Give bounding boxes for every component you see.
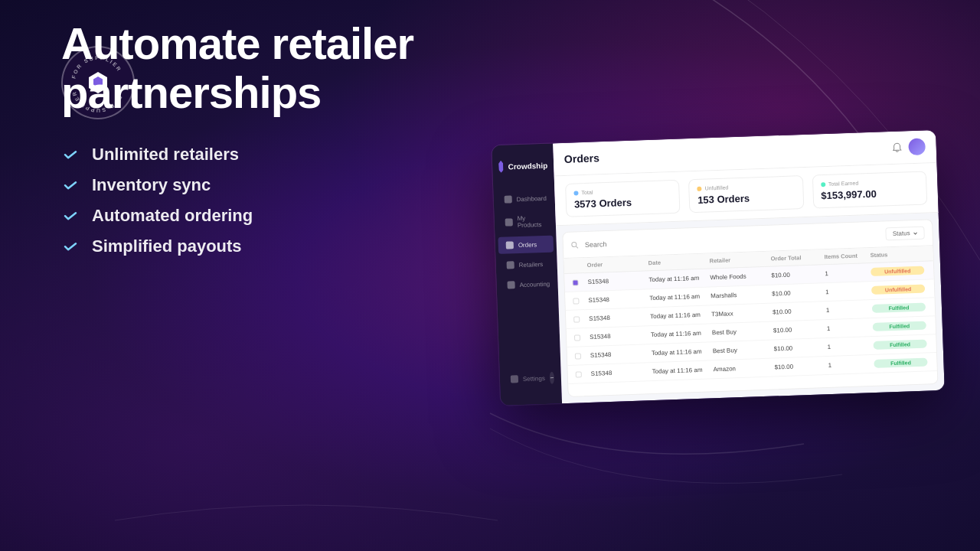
sidebar-footer: Settings bbox=[499, 360, 561, 396]
row-checkbox[interactable] bbox=[575, 353, 581, 359]
order-id: S15348 bbox=[591, 368, 652, 377]
orders-icon bbox=[506, 241, 514, 249]
order-id: S15348 bbox=[589, 313, 650, 322]
row-checkbox[interactable] bbox=[574, 334, 580, 341]
chevron-down-icon bbox=[913, 230, 917, 235]
user-avatar bbox=[908, 138, 926, 155]
row-checkbox[interactable] bbox=[572, 279, 578, 285]
order-date: Today at 11:16 am bbox=[651, 329, 712, 338]
search-input[interactable] bbox=[585, 230, 880, 248]
feature-item-simplified-payouts: Simplified payouts bbox=[61, 236, 413, 256]
table-body: S15348Today at 11:16 amWhole Foods$10.00… bbox=[564, 261, 937, 384]
status-filter[interactable]: Status bbox=[886, 227, 925, 241]
status-badge: Unfulfilled bbox=[871, 285, 925, 295]
order-retailer: T3Maxx bbox=[711, 309, 773, 318]
order-items: 1 bbox=[826, 305, 872, 314]
sidebar-item-accounting[interactable]: Accounting bbox=[499, 275, 555, 293]
order-total: $10.00 bbox=[774, 344, 828, 352]
stat-total-dot bbox=[573, 191, 578, 195]
check-icon-1 bbox=[61, 145, 80, 164]
stat-unfulfilled: Unfulfilled 153 Orders bbox=[688, 175, 804, 213]
order-retailer: Whole Foods bbox=[710, 272, 771, 282]
col-status: Status bbox=[870, 250, 923, 259]
collapse-button[interactable] bbox=[550, 372, 555, 384]
col-checkbox bbox=[572, 262, 587, 269]
sidebar-brand-icon bbox=[498, 161, 504, 173]
feature-item-automated-ordering: Automated ordering bbox=[61, 206, 413, 226]
order-id: S15348 bbox=[587, 276, 648, 285]
order-date: Today at 11:16 am bbox=[652, 347, 713, 357]
row-checkbox[interactable] bbox=[573, 316, 580, 322]
svg-point-4 bbox=[572, 242, 577, 246]
hero-heading: Automate retailer partnerships bbox=[61, 19, 413, 117]
status-badge: Unfulfilled bbox=[871, 266, 924, 276]
settings-item[interactable]: Settings bbox=[502, 367, 558, 390]
stat-total: Total 3573 Orders bbox=[565, 180, 681, 217]
status-badge: Fulfilled bbox=[873, 340, 926, 350]
app-sidebar: Crowdship Dashboard My Products Orders R… bbox=[492, 143, 562, 406]
order-date: Today at 11:16 am bbox=[652, 366, 714, 375]
products-icon bbox=[505, 218, 513, 226]
page-title: Orders bbox=[564, 152, 599, 165]
check-icon-3 bbox=[61, 207, 80, 225]
feature-item-inventory-sync: Inventory sync bbox=[61, 175, 413, 195]
order-total: $10.00 bbox=[772, 289, 825, 297]
main-content-area: Orders Total 3573 Orders bbox=[553, 130, 945, 403]
col-total: Order Total bbox=[770, 253, 824, 262]
feature-item-unlimited-retailers: Unlimited retailers bbox=[61, 145, 413, 165]
stat-earned: Total Earned $153,997.00 bbox=[812, 171, 927, 208]
sidebar-brand: Crowdship bbox=[492, 152, 554, 179]
settings-icon bbox=[511, 375, 518, 383]
sidebar-item-orders[interactable]: Orders bbox=[498, 235, 554, 253]
order-total: $10.00 bbox=[771, 270, 825, 279]
order-items: 1 bbox=[825, 269, 871, 277]
order-total: $10.00 bbox=[773, 325, 827, 334]
stat-total-label: Total bbox=[573, 187, 671, 195]
collapse-icon bbox=[550, 376, 554, 380]
order-id: S15348 bbox=[590, 350, 652, 359]
stat-unfulfilled-dot bbox=[697, 186, 702, 191]
check-icon-2 bbox=[61, 176, 80, 194]
header-icons bbox=[891, 138, 926, 156]
status-badge: Fulfilled bbox=[872, 303, 926, 313]
sidebar-item-my-products[interactable]: My Products bbox=[497, 210, 553, 234]
col-order: Order bbox=[587, 259, 648, 269]
col-items: Items Count bbox=[824, 252, 870, 260]
order-retailer: Marshalls bbox=[710, 291, 772, 300]
order-items: 1 bbox=[825, 287, 871, 295]
order-retailer: Amazon bbox=[713, 364, 774, 373]
order-items: 1 bbox=[828, 342, 874, 350]
retailers-icon bbox=[507, 261, 514, 269]
order-items: 1 bbox=[828, 360, 874, 369]
search-icon bbox=[571, 241, 579, 249]
order-retailer: Best Buy bbox=[712, 328, 773, 337]
features-list: Unlimited retailers Inventory sync Autom… bbox=[61, 145, 413, 256]
left-content: Automate retailer partnerships Unlimited… bbox=[61, 19, 413, 256]
accounting-icon bbox=[507, 281, 514, 289]
check-icon-4 bbox=[61, 237, 80, 256]
order-id: S15348 bbox=[590, 331, 651, 341]
sidebar-item-retailers[interactable]: Retailers bbox=[498, 255, 554, 273]
order-total: $10.00 bbox=[774, 362, 828, 370]
sidebar-item-dashboard[interactable]: Dashboard bbox=[496, 190, 552, 208]
col-date: Date bbox=[648, 257, 710, 266]
dashboard-icon bbox=[505, 195, 512, 203]
sidebar-nav: Dashboard My Products Orders Retailers A… bbox=[493, 189, 560, 363]
order-total: $10.00 bbox=[773, 307, 826, 315]
orders-table: Status Order Date Retailer Order Total I… bbox=[562, 219, 938, 397]
order-items: 1 bbox=[827, 324, 873, 332]
stat-earned-label: Total Earned bbox=[821, 178, 918, 187]
stat-total-value: 3573 Orders bbox=[574, 195, 672, 210]
notification-icon[interactable] bbox=[891, 142, 902, 153]
stat-earned-dot bbox=[821, 182, 825, 187]
stat-earned-value: $153,997.00 bbox=[821, 187, 919, 201]
order-retailer: Best Buy bbox=[713, 346, 774, 355]
order-date: Today at 11:16 am bbox=[648, 274, 710, 283]
order-date: Today at 11:16 am bbox=[650, 311, 711, 320]
order-id: S15348 bbox=[588, 295, 649, 304]
status-badge: Fulfilled bbox=[874, 358, 927, 368]
row-checkbox[interactable] bbox=[573, 298, 579, 304]
row-checkbox[interactable] bbox=[576, 371, 582, 377]
sidebar-brand-text: Crowdship bbox=[508, 161, 547, 171]
order-date: Today at 11:16 am bbox=[649, 292, 710, 302]
